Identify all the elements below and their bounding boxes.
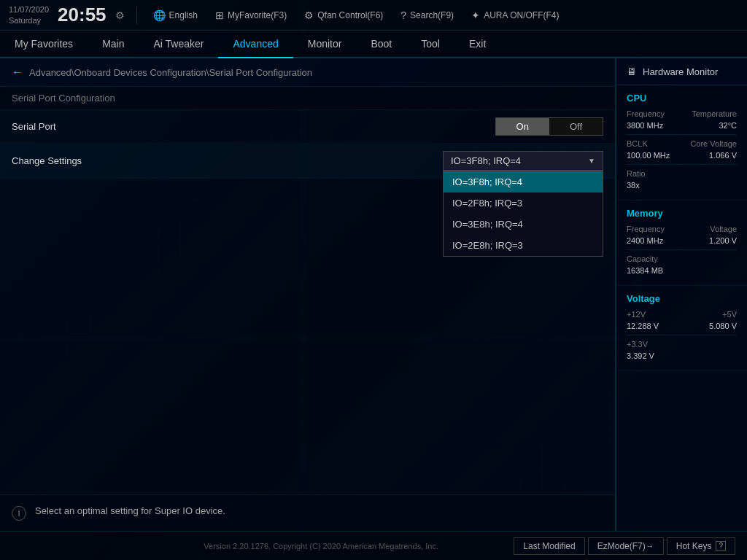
nav-monitor[interactable]: Monitor [293, 31, 357, 58]
hw-monitor-header: 🖥 Hardware Monitor [616, 58, 747, 85]
core-voltage-value: 1.066 V [709, 151, 737, 160]
mem-frequency-label: Frequency [627, 225, 665, 233]
date-display: 11/07/2020 Saturday [9, 4, 49, 26]
nav-exit[interactable]: Exit [454, 31, 500, 58]
bottom-bar: Version 2.20.1276. Copyright (C) 2020 Am… [0, 531, 747, 560]
bclk-value-row: 100.00 MHz 1.066 V [627, 151, 737, 160]
ezmode-button[interactable]: EzMode(F7)→ [588, 537, 664, 555]
nav-ai-tweaker[interactable]: Ai Tweaker [139, 31, 218, 58]
grid-icon: ⊞ [215, 9, 224, 21]
dropdown-selected[interactable]: IO=3F8h; IRQ=4 ▼ [443, 151, 603, 171]
cpu-frequency-value: 3800 MHz [627, 121, 663, 130]
dropdown-option-1[interactable]: IO=3F8h; IRQ=4 [444, 171, 603, 192]
qfan-tool-2[interactable]: ⚙ Qfan Control(F6) [300, 8, 387, 23]
dropdown-option-4[interactable]: IO=2E8h; IRQ=3 [444, 235, 603, 256]
bclk-row: BCLK Core Voltage [627, 139, 737, 148]
serial-port-label: Serial Port [12, 121, 495, 132]
nav-tool[interactable]: Tool [406, 31, 454, 58]
bclk-label: BCLK [627, 139, 648, 148]
bclk-value: 100.00 MHz [627, 151, 670, 160]
change-settings-dropdown[interactable]: IO=3F8h; IRQ=4 ▼ IO=3F8h; IRQ=4 IO=2F8h;… [443, 151, 603, 171]
divider3 [627, 249, 737, 250]
hotkeys-button[interactable]: Hot Keys ? [667, 537, 735, 555]
ratio-value-row: 38x [627, 181, 737, 190]
aura-tool-2[interactable]: ✦ AURA ON/OFF(F4) [467, 8, 563, 23]
language-tool-2[interactable]: 🌐 English [149, 8, 202, 23]
divider2 [627, 164, 737, 165]
cpu-temperature-value: 32°C [719, 121, 737, 130]
dropdown-option-3[interactable]: IO=3E8h; IRQ=4 [444, 214, 603, 235]
v33-value-row: 3.392 V [627, 351, 737, 360]
info-icon: i [12, 506, 26, 521]
nav-boot[interactable]: Boot [356, 31, 406, 58]
v12-label: +12V [627, 310, 646, 319]
cpu-section-title: CPU [627, 93, 737, 104]
ratio-label-row: Ratio [627, 169, 737, 178]
globe-icon: 🌐 [153, 9, 166, 21]
dropdown-list: IO=3F8h; IRQ=4 IO=2F8h; IRQ=3 IO=3E8h; I… [443, 171, 603, 257]
toggle-off-button[interactable]: Off [549, 118, 603, 135]
search-tool-2[interactable]: ? Search(F9) [396, 8, 458, 23]
settings-gear-icon[interactable]: ⚙ [115, 9, 125, 21]
main-content: ← Advanced\Onboard Devices Configuration… [0, 58, 747, 531]
section-title: Serial Port Configuration [0, 87, 615, 110]
hardware-monitor-panel: 🖥 Hardware Monitor CPU Frequency Tempera… [616, 58, 747, 531]
fan-icon: ⚙ [304, 9, 314, 21]
nav-main[interactable]: Main [88, 31, 139, 58]
serial-port-toggle[interactable]: On Off [495, 117, 603, 136]
cpu-frequency-label: Frequency [627, 109, 665, 118]
core-voltage-label: Core Voltage [690, 139, 737, 148]
mem-capacity-label: Capacity [627, 254, 658, 263]
back-button[interactable]: ← [12, 66, 23, 79]
left-panel: ← Advanced\Onboard Devices Configuration… [0, 58, 616, 531]
hotkeys-label: Hot Keys [676, 541, 712, 551]
v33-label: +3.3V [627, 340, 648, 349]
dropdown-arrow-icon: ▼ [588, 157, 595, 165]
version-text: Version 2.20.1276. Copyright (C) 2020 Am… [128, 542, 514, 551]
hw-monitor-title: Hardware Monitor [643, 66, 718, 77]
voltage-section-title: Voltage [627, 293, 737, 304]
info-bar: i Select an optimal setting for Super IO… [0, 494, 615, 531]
last-modified-button[interactable]: Last Modified [514, 537, 584, 555]
change-settings-row: Change Settings IO=3F8h; IRQ=4 ▼ IO=3F8h… [0, 144, 615, 179]
mem-voltage-label: Voltage [710, 225, 737, 233]
time-bar: 11/07/2020 Saturday 20:55 ⚙ 🌐 English ⊞ … [0, 0, 747, 31]
divider4 [627, 335, 737, 335]
info-text: Select an optimal setting for Super IO d… [35, 505, 225, 516]
nav-bar: My Favorites Main Ai Tweaker Advanced Mo… [0, 31, 747, 58]
dropdown-selected-text: IO=3F8h; IRQ=4 [451, 155, 582, 166]
memory-section-title: Memory [627, 208, 737, 219]
ratio-label: Ratio [627, 169, 646, 178]
ratio-value: 38x [627, 181, 640, 190]
serial-port-row: Serial Port On Off [0, 110, 615, 144]
mem-voltage-value: 1.200 V [709, 236, 737, 245]
cpu-frequency-row: Frequency Temperature [627, 109, 737, 118]
divider [136, 7, 137, 24]
myfavorite-tool-2[interactable]: ⊞ MyFavorite(F3) [211, 8, 291, 23]
question-icon: ? [400, 9, 406, 21]
toggle-on-button[interactable]: On [496, 118, 549, 135]
nav-advanced[interactable]: Advanced [218, 31, 293, 58]
clock-display: 20:55 [58, 4, 107, 26]
v12-value: 12.288 V [627, 322, 659, 330]
v33-label-row: +3.3V [627, 340, 737, 349]
dropdown-option-2[interactable]: IO=2F8h; IRQ=3 [444, 192, 603, 214]
memory-section: Memory Frequency Voltage 2400 MHz 1.200 … [616, 201, 747, 286]
v12-label-row: +12V +5V [627, 310, 737, 319]
v5-value: 5.080 V [709, 322, 737, 330]
ezmode-label: EzMode(F7)→ [597, 541, 654, 551]
star-icon: ✦ [471, 9, 480, 21]
breadcrumb: ← Advanced\Onboard Devices Configuration… [0, 58, 615, 87]
mem-capacity-value: 16384 MB [627, 266, 663, 275]
v33-value: 3.392 V [627, 351, 654, 360]
nav-my-favorites[interactable]: My Favorites [0, 31, 88, 58]
cpu-section: CPU Frequency Temperature 3800 MHz 32°C … [616, 85, 747, 201]
mem-capacity-label-row: Capacity [627, 254, 737, 263]
monitor-icon: 🖥 [627, 66, 637, 77]
mem-frequency-value-row: 2400 MHz 1.200 V [627, 236, 737, 245]
mem-frequency-label-row: Frequency Voltage [627, 225, 737, 233]
cpu-temperature-label: Temperature [692, 109, 737, 118]
voltage-section: Voltage +12V +5V 12.288 V 5.080 V +3.3V … [616, 286, 747, 371]
change-settings-label: Change Settings [12, 155, 443, 166]
last-modified-label: Last Modified [523, 541, 575, 551]
